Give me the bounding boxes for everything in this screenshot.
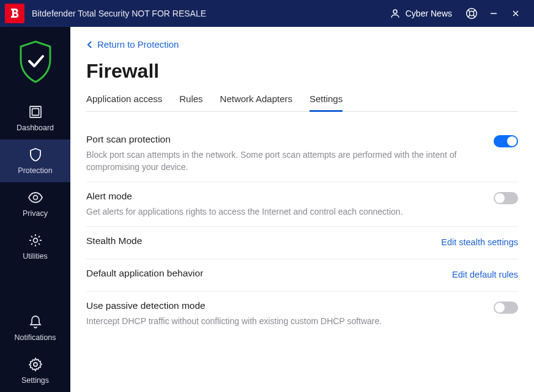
sidebar-item-dashboard[interactable]: Dashboard: [0, 97, 70, 139]
setting-desc: Get alerts for applications rights to ac…: [86, 205, 481, 218]
bitdefender-logo-icon: [10, 8, 20, 19]
setting-name: Alert mode: [86, 191, 481, 202]
app-title: Bitdefender Total Security NOT FOR RESAL…: [32, 9, 390, 18]
svg-rect-11: [32, 109, 39, 116]
status-shield: [0, 34, 70, 97]
svg-line-4: [473, 15, 475, 17]
sidebar-item-privacy[interactable]: Privacy: [0, 182, 70, 225]
sidebar-item-utilities[interactable]: Utilities: [0, 225, 70, 268]
svg-point-2: [469, 11, 473, 15]
sidebar-item-label: Notifications: [14, 333, 56, 342]
svg-point-14: [34, 363, 37, 366]
svg-line-3: [468, 10, 470, 12]
svg-line-6: [468, 15, 470, 17]
sidebar-item-settings[interactable]: Settings: [0, 349, 70, 392]
back-link-label: Return to Protection: [97, 39, 179, 50]
setting-desc: Intercept DHCP traffic without conflicti…: [86, 315, 481, 327]
bell-icon: [29, 314, 42, 329]
sidebar-item-protection[interactable]: Protection: [0, 139, 70, 182]
svg-point-0: [393, 10, 397, 13]
setting-name: Port scan protection: [86, 134, 481, 145]
user-name: Cyber News: [406, 9, 452, 18]
close-icon: [511, 9, 520, 18]
shield-icon: [16, 39, 55, 84]
setting-passive-detection-mode: Use passive detection mode Intercept DHC…: [86, 292, 518, 336]
tab-settings[interactable]: Settings: [310, 94, 343, 111]
settings-list: Port scan protection Block port scan att…: [86, 125, 518, 336]
minimize-button[interactable]: [483, 2, 505, 24]
titlebar: Bitdefender Total Security NOT FOR RESAL…: [0, 0, 534, 27]
lifebuoy-icon: [465, 7, 478, 20]
back-link[interactable]: Return to Protection: [86, 39, 179, 50]
user-icon: [390, 8, 401, 19]
sidebar: Dashboard Protection Privacy: [0, 27, 70, 392]
help-button[interactable]: [461, 2, 483, 24]
svg-line-5: [473, 10, 475, 12]
page-title: Firewall: [86, 60, 518, 83]
chevron-left-icon: [86, 40, 94, 49]
tab-rules[interactable]: Rules: [179, 94, 202, 111]
toggle-passive-detection-mode[interactable]: [494, 301, 518, 314]
toggle-alert-mode[interactable]: [494, 192, 518, 204]
main-content: Return to Protection Firewall Applicatio…: [70, 27, 534, 392]
sidebar-item-label: Privacy: [23, 209, 48, 218]
sidebar-item-label: Protection: [18, 166, 52, 175]
protection-icon: [29, 147, 42, 162]
app-logo: [5, 4, 24, 23]
setting-stealth-mode: Stealth Mode Edit stealth settings: [86, 227, 518, 259]
setting-default-application-behavior: Default application behavior Edit defaul…: [86, 259, 518, 292]
tab-application-access[interactable]: Application access: [86, 94, 162, 111]
sidebar-item-notifications[interactable]: Notifications: [0, 306, 70, 349]
svg-point-12: [33, 196, 37, 200]
setting-desc: Block port scan attempts in the network.…: [86, 149, 481, 174]
sidebar-item-label: Dashboard: [17, 124, 54, 132]
eye-icon: [28, 192, 43, 203]
edit-default-rules-link[interactable]: Edit default rules: [452, 270, 518, 279]
setting-alert-mode: Alert mode Get alerts for applications r…: [86, 182, 518, 227]
setting-name: Default application behavior: [86, 268, 440, 279]
tabs: Application access Rules Network Adapter…: [86, 94, 518, 112]
setting-port-scan-protection: Port scan protection Block port scan att…: [86, 125, 518, 183]
tab-network-adapters[interactable]: Network Adapters: [220, 94, 292, 111]
gear-icon: [28, 233, 43, 248]
sidebar-item-label: Settings: [21, 376, 49, 385]
close-button[interactable]: [505, 2, 527, 24]
sidebar-item-label: Utilities: [23, 252, 47, 261]
minimize-icon: [489, 9, 498, 18]
svg-point-13: [33, 239, 37, 243]
toggle-port-scan-protection[interactable]: [494, 135, 518, 147]
edit-stealth-settings-link[interactable]: Edit stealth settings: [441, 237, 518, 247]
dashboard-icon: [28, 105, 43, 119]
user-account[interactable]: Cyber News: [390, 8, 452, 19]
setting-name: Stealth Mode: [86, 235, 429, 246]
setting-name: Use passive detection mode: [86, 300, 481, 311]
settings-icon: [28, 357, 43, 372]
